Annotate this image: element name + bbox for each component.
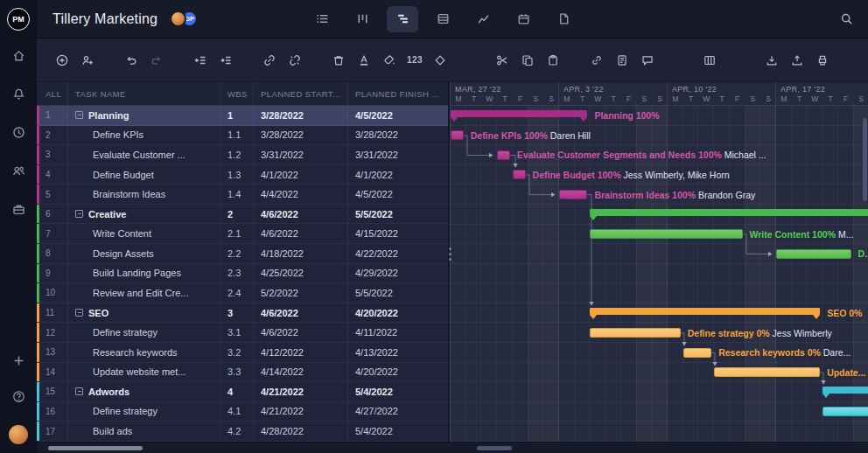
gantt-horizontal-scrollbar[interactable] xyxy=(477,446,512,450)
user-avatar[interactable] xyxy=(9,425,28,444)
task-name-cell[interactable]: Review and Edit Cre... xyxy=(68,283,220,303)
gantt-task-bar[interactable] xyxy=(513,170,526,179)
planned-finish-cell[interactable]: 4/5/2022 xyxy=(348,185,448,204)
table-row[interactable]: 8Design Assets2.24/18/20224/22/2022 xyxy=(37,244,448,264)
delete-trash-icon[interactable] xyxy=(329,51,348,70)
column-header-wbs[interactable]: WBS xyxy=(220,82,254,105)
planned-start-cell[interactable]: 4/18/2022 xyxy=(254,244,348,263)
planned-finish-cell[interactable]: 3/28/2022 xyxy=(348,126,448,145)
planned-finish-cell[interactable]: 4/5/2022 xyxy=(348,106,448,125)
import-icon[interactable] xyxy=(762,51,781,70)
export-icon[interactable] xyxy=(788,51,807,70)
planned-start-cell[interactable]: 4/12/2022 xyxy=(254,343,348,362)
planned-start-cell[interactable]: 4/28/2022 xyxy=(254,422,348,441)
calendar-view-icon[interactable] xyxy=(508,6,539,32)
table-row[interactable]: 3Evaluate Customer ...1.23/31/20223/31/2… xyxy=(37,145,448,165)
planned-finish-cell[interactable]: 5/5/2022 xyxy=(348,205,448,224)
table-columns-icon[interactable] xyxy=(700,51,719,70)
table-row[interactable]: 2Define KPIs1.13/28/20223/28/2022 xyxy=(37,126,448,146)
sheet-view-icon[interactable] xyxy=(427,6,458,32)
task-name-cell[interactable]: Research keywords xyxy=(68,343,220,362)
gantt-summary-bar[interactable] xyxy=(451,110,587,117)
table-row[interactable]: 14Update website met...3.34/14/20224/20/… xyxy=(37,363,448,383)
report-view-icon[interactable] xyxy=(548,6,579,32)
column-header-all[interactable]: ALL xyxy=(37,82,68,105)
task-name-cell[interactable]: Design Assets xyxy=(68,244,220,263)
gantt-task-bar[interactable] xyxy=(776,249,851,259)
home-icon[interactable] xyxy=(11,48,26,63)
gantt-task-bar[interactable] xyxy=(714,367,820,377)
table-row[interactable]: 15Adwords44/21/20225/4/2022 xyxy=(37,382,448,402)
notifications-bell-icon[interactable] xyxy=(11,87,26,101)
planned-finish-cell[interactable]: 4/20/2022 xyxy=(348,363,448,382)
add-task-icon[interactable] xyxy=(52,51,72,70)
column-header-task-name[interactable]: TASK NAME xyxy=(68,82,220,105)
planned-start-cell[interactable]: 3/28/2022 xyxy=(254,126,348,145)
collapse-toggle-icon[interactable] xyxy=(75,387,83,395)
planned-start-cell[interactable]: 4/6/2022 xyxy=(254,303,348,323)
number-format-icon[interactable]: 123 xyxy=(405,51,424,70)
task-name-cell[interactable]: Planning xyxy=(68,106,220,125)
board-view-icon[interactable] xyxy=(346,6,378,32)
gantt-task-bar[interactable] xyxy=(590,328,680,338)
table-row[interactable]: 10Review and Edit Cre...2.45/2/20225/5/2… xyxy=(37,283,448,303)
outdent-icon[interactable] xyxy=(191,51,210,70)
table-row[interactable]: 4Define Budget1.34/1/20224/1/2022 xyxy=(37,165,448,185)
column-header-planned-start[interactable]: PLANNED START... xyxy=(254,82,348,105)
task-name-cell[interactable]: Define strategy xyxy=(68,323,220,342)
comment-icon[interactable] xyxy=(638,51,657,70)
gantt-task-bar[interactable] xyxy=(559,190,587,199)
help-icon[interactable] xyxy=(11,389,26,404)
search-icon[interactable] xyxy=(839,11,854,26)
table-row[interactable]: 17Build ads4.24/28/20225/4/2022 xyxy=(37,422,448,442)
gantt-task-bar[interactable] xyxy=(590,229,742,239)
collapse-toggle-icon[interactable] xyxy=(75,111,83,119)
planned-finish-cell[interactable]: 4/1/2022 xyxy=(348,165,448,185)
planned-start-cell[interactable]: 4/4/2022 xyxy=(254,185,348,204)
redo-icon[interactable] xyxy=(147,51,166,70)
table-horizontal-scrollbar[interactable] xyxy=(48,446,143,450)
planned-finish-cell[interactable]: 4/13/2022 xyxy=(348,343,448,362)
fill-color-icon[interactable] xyxy=(380,51,399,70)
task-name-cell[interactable]: Write Content xyxy=(68,224,220,243)
planned-finish-cell[interactable]: 3/31/2022 xyxy=(348,145,448,164)
task-name-cell[interactable]: Define strategy xyxy=(68,402,220,422)
table-row[interactable]: 6Creative24/6/20225/5/2022 xyxy=(37,205,448,225)
planned-start-cell[interactable]: 4/25/2022 xyxy=(254,264,348,283)
task-name-cell[interactable]: Define KPIs xyxy=(68,126,220,145)
task-name-cell[interactable]: SEO xyxy=(68,303,220,323)
planned-finish-cell[interactable]: 4/22/2022 xyxy=(348,244,448,263)
paste-icon[interactable] xyxy=(543,51,563,70)
planned-start-cell[interactable]: 4/21/2022 xyxy=(254,402,348,422)
task-name-cell[interactable]: Define Budget xyxy=(68,165,220,185)
column-header-planned-finish[interactable]: PLANNED FINISH ... xyxy=(348,82,448,105)
gantt-task-bar[interactable] xyxy=(451,130,464,140)
planned-start-cell[interactable]: 4/1/2022 xyxy=(254,165,348,185)
planned-finish-cell[interactable]: 4/11/2022 xyxy=(348,323,448,342)
panel-resize-handle[interactable] xyxy=(449,247,452,261)
task-name-cell[interactable]: Evaluate Customer ... xyxy=(68,145,220,164)
gantt-view-icon[interactable] xyxy=(387,6,418,32)
planned-start-cell[interactable]: 4/6/2022 xyxy=(254,224,348,243)
task-name-cell[interactable]: Adwords xyxy=(68,382,220,401)
task-name-cell[interactable]: Brainstorm Ideas xyxy=(68,185,220,204)
gantt-summary-bar[interactable] xyxy=(822,387,868,394)
unlink-tasks-icon[interactable] xyxy=(285,51,304,70)
planned-start-cell[interactable]: 4/14/2022 xyxy=(254,363,348,382)
table-row[interactable]: 13Research keywords3.24/12/20224/13/2022 xyxy=(37,343,448,363)
table-row[interactable]: 5Brainstorm Ideas1.44/4/20224/5/2022 xyxy=(37,185,448,205)
table-row[interactable]: 12Define strategy3.14/6/20224/11/2022 xyxy=(37,323,448,343)
link-tasks-icon[interactable] xyxy=(260,51,279,70)
task-name-cell[interactable]: Update website met... xyxy=(68,363,220,382)
cut-scissors-icon[interactable] xyxy=(493,51,512,70)
copy-icon[interactable] xyxy=(518,51,537,70)
font-color-icon[interactable] xyxy=(354,51,374,70)
planned-start-cell[interactable]: 3/28/2022 xyxy=(254,106,348,125)
gantt-task-bar[interactable] xyxy=(683,348,711,358)
table-row[interactable]: 16Define strategy4.14/21/20224/27/2022 xyxy=(37,402,448,422)
collapse-toggle-icon[interactable] xyxy=(75,309,83,317)
planned-finish-cell[interactable]: 4/29/2022 xyxy=(348,264,448,283)
planned-start-cell[interactable]: 5/2/2022 xyxy=(254,283,348,303)
add-plus-icon[interactable] xyxy=(11,353,26,368)
notes-icon[interactable] xyxy=(612,51,632,70)
